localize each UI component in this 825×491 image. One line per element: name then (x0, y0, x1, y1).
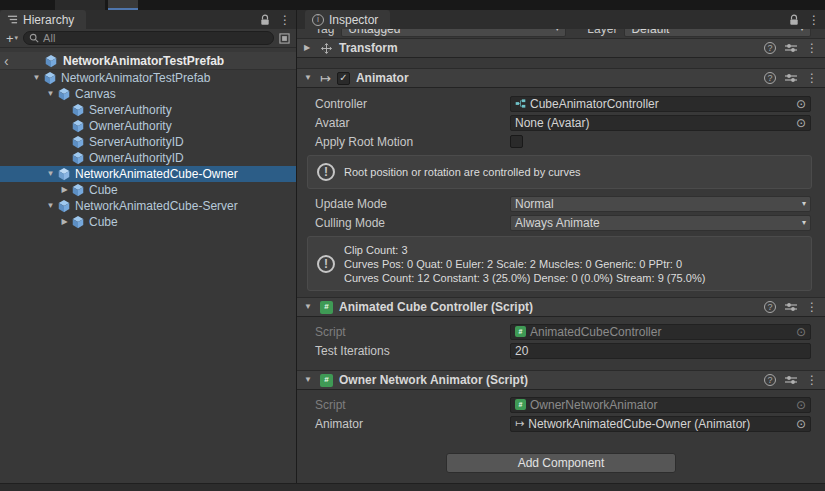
search-window-icon[interactable] (279, 33, 290, 44)
csharp-script-icon: # (320, 374, 333, 387)
culling-mode-dropdown[interactable]: Always Animate ▾ (510, 215, 811, 231)
help-icon[interactable]: ? (764, 301, 776, 313)
tree-item[interactable]: OwnerAuthorityID (0, 150, 296, 166)
presets-icon[interactable] (785, 42, 797, 54)
tag-dropdown[interactable]: Untagged ▾ (341, 29, 566, 37)
field-value: 20 (515, 344, 528, 358)
hierarchy-tree: ‹ NetworkAnimatorTestPrefab ▼ NetworkAni… (0, 48, 296, 230)
foldout-collapsed-icon[interactable]: ▶ (304, 44, 314, 52)
prefab-cube-icon (71, 151, 87, 165)
search-icon (29, 33, 39, 43)
hierarchy-tabbar: Hierarchy ⋮ (0, 10, 296, 29)
search-input[interactable] (43, 32, 268, 44)
kebab-menu-icon[interactable]: ⋮ (806, 374, 818, 386)
prefab-cube-icon (44, 54, 60, 68)
create-object-button[interactable]: +▾ (6, 31, 18, 46)
property-row-animator-ref: Animator ↦ NetworkAnimatedCube-Owner (An… (297, 414, 825, 433)
property-label: Avatar (315, 116, 510, 130)
animator-controller-icon (515, 98, 526, 109)
lock-icon[interactable] (789, 14, 799, 26)
prefab-header-row[interactable]: ‹ NetworkAnimatorTestPrefab (0, 52, 296, 70)
foldout-collapsed-icon[interactable]: ▶ (58, 186, 71, 194)
script-object-field[interactable]: # AnimatedCubeController ⊙ (510, 324, 811, 340)
update-mode-dropdown[interactable]: Normal ▾ (510, 196, 811, 212)
dropdown-caret-icon: ▾ (800, 29, 804, 33)
tree-item[interactable]: ServerAuthorityID (0, 134, 296, 150)
tree-item-label: Cube (87, 183, 118, 197)
back-arrow-icon[interactable]: ‹ (4, 52, 9, 70)
dropdown-caret-icon: ▾ (802, 199, 806, 208)
component-header-animated-cube-controller[interactable]: ▼ # Animated Cube Controller (Script) ? … (297, 297, 825, 317)
property-label: Script (315, 398, 510, 412)
controller-object-field[interactable]: CubeAnimatorController ⊙ (510, 96, 811, 112)
kebab-menu-icon[interactable]: ⋮ (806, 72, 818, 84)
animator-object-field[interactable]: ↦ NetworkAnimatedCube-Owner (Animator) ⊙ (510, 416, 811, 432)
property-row-update-mode: Update Mode Normal ▾ (297, 194, 825, 213)
apply-root-motion-checkbox[interactable] (510, 135, 523, 148)
stats-line: Clip Count: 3 (344, 243, 705, 257)
tree-item-label: NetworkAnimatorTestPrefab (59, 71, 210, 85)
field-value: CubeAnimatorController (530, 97, 659, 111)
tree-item-selected[interactable]: ▼ NetworkAnimatedCube-Owner (0, 166, 296, 182)
foldout-expanded-icon[interactable]: ▼ (44, 202, 57, 210)
component-header-animator[interactable]: ▼ ↦ ✓ Animator ? ⋮ (297, 68, 825, 88)
foldout-expanded-icon[interactable]: ▼ (304, 74, 314, 82)
inspector-panel: i Inspector ⋮ Tag Untagged ▾ Layer Def (297, 10, 825, 483)
field-value: None (Avatar) (515, 116, 589, 130)
component-title: Animator (356, 71, 409, 85)
tree-item[interactable]: OwnerAuthority (0, 118, 296, 134)
component-header-transform[interactable]: ▶ Transform ? ⋮ (297, 38, 825, 58)
property-row-apply-root-motion: Apply Root Motion (297, 132, 825, 151)
object-picker-icon[interactable]: ⊙ (796, 98, 806, 110)
tab-inspector[interactable]: i Inspector (305, 10, 390, 29)
object-picker-icon[interactable]: ⊙ (796, 117, 806, 129)
avatar-object-field[interactable]: None (Avatar) ⊙ (510, 115, 811, 131)
presets-icon[interactable] (785, 374, 797, 386)
tree-item[interactable]: ▼ NetworkAnimatorTestPrefab (0, 70, 296, 86)
presets-icon[interactable] (785, 72, 797, 84)
lock-icon[interactable] (260, 14, 270, 26)
help-icon[interactable]: ? (764, 374, 776, 386)
tree-item[interactable]: ServerAuthority (0, 102, 296, 118)
add-component-row: Add Component (297, 453, 825, 473)
kebab-menu-icon[interactable]: ⋮ (806, 42, 818, 54)
foldout-expanded-icon[interactable]: ▼ (44, 170, 57, 178)
tree-item[interactable]: ▶ Cube (0, 214, 296, 230)
help-icon[interactable]: ? (764, 72, 776, 84)
transform-icon (320, 42, 333, 55)
component-enabled-checkbox[interactable]: ✓ (337, 72, 350, 85)
foldout-expanded-icon[interactable]: ▼ (30, 74, 43, 82)
tree-item[interactable]: ▶ Cube (0, 182, 296, 198)
foldout-collapsed-icon[interactable]: ▶ (58, 218, 71, 226)
animator-icon: ↦ (515, 418, 524, 429)
prefab-cube-icon (71, 215, 87, 229)
object-picker-icon[interactable]: ⊙ (796, 399, 806, 411)
foldout-expanded-icon[interactable]: ▼ (304, 376, 314, 384)
dock-tab[interactable] (55, 0, 105, 10)
help-icon[interactable]: ? (764, 42, 776, 54)
prefab-cube-icon (43, 71, 59, 85)
test-iterations-field[interactable]: 20 (510, 343, 811, 359)
script-object-field[interactable]: # OwnerNetworkAnimator ⊙ (510, 397, 811, 413)
prefab-cube-icon (71, 183, 87, 197)
foldout-expanded-icon[interactable]: ▼ (304, 303, 314, 311)
component-header-owner-network-animator[interactable]: ▼ # Owner Network Animator (Script) ? ⋮ (297, 370, 825, 390)
object-picker-icon[interactable]: ⊙ (796, 326, 806, 338)
kebab-menu-icon[interactable]: ⋮ (279, 14, 291, 26)
hierarchy-search[interactable] (23, 31, 274, 45)
stats-line: Curves Count: 12 Constant: 3 (25.0%) Den… (344, 271, 705, 285)
layer-dropdown[interactable]: Default ▾ (624, 29, 811, 37)
dock-tab-active[interactable] (108, 0, 138, 10)
tag-label: Tag (315, 29, 334, 36)
tree-item-label: OwnerAuthority (87, 119, 172, 133)
tree-item[interactable]: ▼ Canvas (0, 86, 296, 102)
status-bar (0, 483, 825, 491)
tree-item[interactable]: ▼ NetworkAnimatedCube-Server (0, 198, 296, 214)
object-picker-icon[interactable]: ⊙ (796, 418, 806, 430)
presets-icon[interactable] (785, 301, 797, 313)
kebab-menu-icon[interactable]: ⋮ (806, 301, 818, 313)
tab-hierarchy[interactable]: Hierarchy (0, 10, 86, 29)
kebab-menu-icon[interactable]: ⋮ (808, 14, 820, 26)
add-component-button[interactable]: Add Component (446, 453, 676, 473)
foldout-expanded-icon[interactable]: ▼ (44, 90, 57, 98)
